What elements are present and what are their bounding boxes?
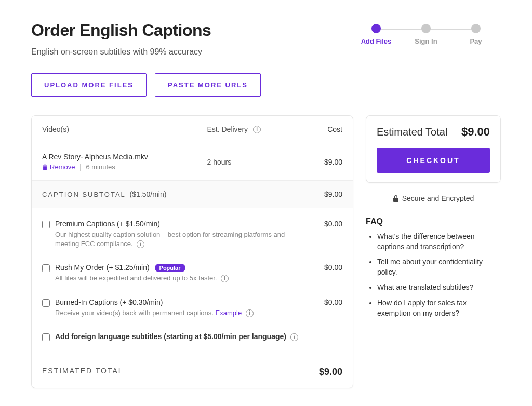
checkout-button[interactable]: CHECKOUT	[377, 148, 490, 173]
rush-checkbox[interactable]	[42, 264, 50, 272]
table-header-row: Video(s) Est. Delivery i Cost	[32, 116, 353, 143]
faq-item[interactable]: What's the difference between captions a…	[377, 232, 501, 252]
option-cost: $0.00	[306, 298, 342, 306]
option-foreign-subtitles: Add foreign language subtitles (starting…	[32, 325, 353, 348]
estimated-total-row: ESTIMATED TOTAL $9.00	[32, 353, 353, 388]
foreign-checkbox[interactable]	[42, 333, 50, 341]
burned-checkbox[interactable]	[42, 299, 50, 307]
step-dot-icon	[371, 24, 381, 33]
file-duration: 6 minutes	[86, 163, 115, 171]
option-title: Rush My Order (+ $1.25/min) Popular	[55, 263, 301, 272]
paste-more-urls-button[interactable]: PASTE MORE URLS	[155, 73, 261, 97]
option-title: Burned-In Captions (+ $0.30/min)	[55, 298, 301, 306]
option-rush-order: Rush My Order (+ $1.25/min) Popular All …	[32, 256, 353, 290]
file-cost: $9.00	[306, 158, 342, 166]
subtotal-value: $9.00	[306, 190, 342, 198]
step-label: Sign In	[415, 37, 437, 45]
file-name: A Rev Story- Alpheus Media.mkv	[42, 153, 207, 161]
header-cost: Cost	[306, 125, 342, 133]
info-icon[interactable]: i	[290, 333, 298, 341]
estimated-total-value: $9.00	[319, 367, 342, 377]
step-add-files: Add Files	[351, 24, 401, 45]
info-icon[interactable]: i	[246, 309, 254, 317]
remove-file-link[interactable]: Remove	[42, 163, 75, 171]
option-desc: All files will be expedited and delivere…	[55, 274, 301, 283]
page-title: Order English Captions	[31, 21, 351, 40]
step-dot-icon	[471, 24, 481, 33]
options-section: Premium Captions (+ $1.50/min) Our highe…	[32, 208, 353, 353]
secure-notice: Secure and Encrypted	[366, 194, 501, 202]
step-label: Pay	[470, 37, 482, 45]
info-icon[interactable]: i	[253, 126, 261, 133]
info-icon[interactable]: i	[137, 240, 144, 248]
faq-section: FAQ What's the difference between captio…	[366, 217, 501, 323]
step-dot-icon	[421, 24, 431, 33]
header-videos: Video(s)	[42, 125, 207, 133]
faq-heading: FAQ	[366, 217, 501, 226]
page-subtitle: English on-screen subtitles with 99% acc…	[31, 47, 351, 57]
option-cost: $0.00	[306, 220, 342, 228]
step-pay: Pay	[451, 24, 501, 45]
step-sign-in: Sign In	[401, 24, 451, 45]
option-title: Add foreign language subtitles (starting…	[55, 332, 342, 341]
subtotal-label: CAPTION SUBTOTAL	[42, 191, 126, 198]
step-label: Add Files	[361, 37, 392, 45]
checkout-card: Estimated Total $9.00 CHECKOUT	[366, 115, 501, 183]
option-desc: Our highest quality caption solution – b…	[55, 230, 301, 249]
option-cost: $0.00	[306, 263, 342, 272]
lock-icon	[393, 195, 399, 202]
upload-more-files-button[interactable]: UPLOAD MORE FILES	[31, 73, 147, 97]
option-premium-captions: Premium Captions (+ $1.50/min) Our highe…	[32, 212, 353, 256]
progress-stepper: Add Files Sign In Pay	[351, 24, 501, 45]
faq-item[interactable]: Tell me about your confidentiality polic…	[377, 257, 501, 277]
order-summary-card: Video(s) Est. Delivery i Cost A Rev Stor…	[31, 115, 353, 388]
option-burned-in-captions: Burned-In Captions (+ $0.30/min) Receive…	[32, 291, 353, 325]
popular-badge: Popular	[155, 264, 185, 272]
faq-item[interactable]: What are translated subtitles?	[377, 282, 501, 293]
premium-checkbox[interactable]	[42, 221, 50, 228]
header-delivery: Est. Delivery i	[207, 125, 307, 133]
file-row: A Rev Story- Alpheus Media.mkv Remove 6 …	[32, 143, 353, 181]
file-delivery: 2 hours	[207, 158, 307, 166]
option-title: Premium Captions (+ $1.50/min)	[55, 220, 301, 228]
subtotal-rate: ($1.50/min)	[128, 190, 167, 198]
example-link[interactable]: Example	[216, 309, 242, 317]
faq-item[interactable]: How do I apply for sales tax exemption o…	[377, 298, 501, 318]
side-total-value: $9.00	[461, 125, 490, 139]
option-desc: Receive your video(s) back with permanen…	[55, 308, 301, 318]
divider	[80, 164, 81, 171]
trash-icon	[42, 164, 48, 170]
info-icon[interactable]: i	[221, 275, 229, 282]
side-total-label: Estimated Total	[377, 126, 447, 138]
subtotal-row: CAPTION SUBTOTAL ($1.50/min) $9.00	[32, 181, 353, 208]
estimated-total-label: ESTIMATED TOTAL	[42, 367, 319, 377]
